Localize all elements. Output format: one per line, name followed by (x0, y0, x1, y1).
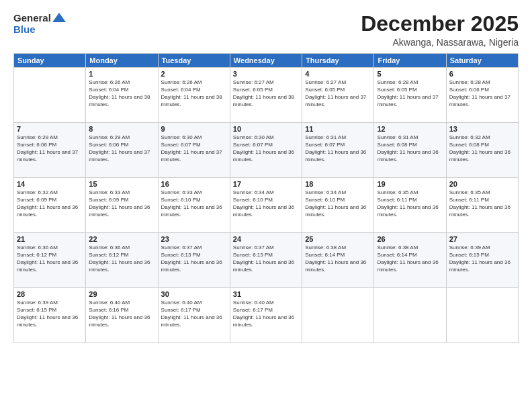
day-info: Sunrise: 6:28 AMSunset: 6:06 PMDaylight:… (449, 79, 515, 108)
calendar-cell: 30Sunrise: 6:40 AMSunset: 6:17 PMDayligh… (158, 288, 230, 343)
calendar-header-row: SundayMondayTuesdayWednesdayThursdayFrid… (14, 54, 519, 68)
header-area: General Blue December 2025 Akwanga, Nass… (13, 12, 519, 48)
day-info: Sunrise: 6:28 AMSunset: 6:05 PMDaylight:… (377, 79, 443, 108)
day-number: 21 (17, 235, 83, 243)
logo-icon (52, 13, 66, 22)
calendar-header-thursday: Thursday (302, 54, 374, 68)
calendar-cell: 6Sunrise: 6:28 AMSunset: 6:06 PMDaylight… (446, 68, 518, 123)
calendar-cell: 19Sunrise: 6:35 AMSunset: 6:11 PMDayligh… (374, 178, 446, 233)
calendar-cell: 15Sunrise: 6:33 AMSunset: 6:09 PMDayligh… (86, 178, 158, 233)
calendar-week-4: 28Sunrise: 6:39 AMSunset: 6:15 PMDayligh… (14, 288, 519, 343)
calendar-header-sunday: Sunday (14, 54, 86, 68)
calendar-week-1: 7Sunrise: 6:29 AMSunset: 6:06 PMDaylight… (14, 123, 519, 178)
calendar-header-saturday: Saturday (446, 54, 518, 68)
day-number: 25 (305, 235, 371, 243)
day-number: 24 (233, 235, 299, 243)
day-number: 9 (161, 125, 227, 133)
calendar-cell: 3Sunrise: 6:27 AMSunset: 6:05 PMDaylight… (230, 68, 302, 123)
day-number: 15 (89, 180, 154, 188)
calendar-cell: 26Sunrise: 6:38 AMSunset: 6:14 PMDayligh… (374, 233, 446, 288)
calendar-cell: 25Sunrise: 6:38 AMSunset: 6:14 PMDayligh… (302, 233, 374, 288)
day-info: Sunrise: 6:30 AMSunset: 6:07 PMDaylight:… (233, 134, 299, 163)
month-title: December 2025 (361, 12, 519, 36)
day-info: Sunrise: 6:34 AMSunset: 6:10 PMDaylight:… (305, 189, 371, 218)
day-info: Sunrise: 6:33 AMSunset: 6:10 PMDaylight:… (161, 189, 227, 218)
calendar-cell: 16Sunrise: 6:33 AMSunset: 6:10 PMDayligh… (158, 178, 230, 233)
calendar-cell (374, 288, 446, 343)
calendar-header-monday: Monday (86, 54, 158, 68)
calendar-cell: 4Sunrise: 6:27 AMSunset: 6:05 PMDaylight… (302, 68, 374, 123)
day-number: 27 (449, 235, 515, 243)
day-info: Sunrise: 6:37 AMSunset: 6:13 PMDaylight:… (233, 244, 299, 273)
calendar-cell (302, 288, 374, 343)
calendar-week-2: 14Sunrise: 6:32 AMSunset: 6:09 PMDayligh… (14, 178, 519, 233)
day-info: Sunrise: 6:31 AMSunset: 6:08 PMDaylight:… (377, 134, 443, 163)
day-info: Sunrise: 6:38 AMSunset: 6:14 PMDaylight:… (377, 244, 443, 273)
day-info: Sunrise: 6:40 AMSunset: 6:16 PMDaylight:… (89, 300, 154, 328)
day-number: 6 (449, 70, 515, 78)
day-number: 11 (305, 125, 371, 133)
calendar-cell: 24Sunrise: 6:37 AMSunset: 6:13 PMDayligh… (230, 233, 302, 288)
logo-general: General (13, 12, 51, 24)
calendar-cell: 28Sunrise: 6:39 AMSunset: 6:15 PMDayligh… (14, 288, 86, 343)
calendar-cell: 7Sunrise: 6:29 AMSunset: 6:06 PMDaylight… (14, 123, 86, 178)
day-number: 18 (305, 180, 371, 188)
day-number: 29 (89, 290, 154, 298)
calendar-cell: 12Sunrise: 6:31 AMSunset: 6:08 PMDayligh… (374, 123, 446, 178)
day-info: Sunrise: 6:33 AMSunset: 6:09 PMDaylight:… (89, 189, 154, 218)
day-info: Sunrise: 6:35 AMSunset: 6:11 PMDaylight:… (449, 189, 515, 218)
day-number: 2 (161, 70, 227, 78)
calendar-cell: 8Sunrise: 6:29 AMSunset: 6:06 PMDaylight… (86, 123, 158, 178)
day-info: Sunrise: 6:31 AMSunset: 6:07 PMDaylight:… (305, 134, 371, 163)
day-number: 20 (449, 180, 515, 188)
day-info: Sunrise: 6:39 AMSunset: 6:15 PMDaylight:… (449, 244, 515, 273)
day-number: 23 (161, 235, 227, 243)
logo-blue: Blue (13, 24, 36, 35)
day-number: 4 (305, 70, 371, 78)
calendar-cell: 9Sunrise: 6:30 AMSunset: 6:07 PMDaylight… (158, 123, 230, 178)
day-number: 10 (233, 125, 299, 133)
calendar-week-3: 21Sunrise: 6:36 AMSunset: 6:12 PMDayligh… (14, 233, 519, 288)
day-info: Sunrise: 6:35 AMSunset: 6:11 PMDaylight:… (377, 189, 443, 218)
day-info: Sunrise: 6:34 AMSunset: 6:10 PMDaylight:… (233, 189, 299, 218)
day-number: 16 (161, 180, 227, 188)
day-number: 5 (377, 70, 443, 78)
day-number: 12 (377, 125, 443, 133)
day-number: 3 (233, 70, 299, 78)
day-info: Sunrise: 6:27 AMSunset: 6:05 PMDaylight:… (305, 79, 371, 108)
calendar-cell: 11Sunrise: 6:31 AMSunset: 6:07 PMDayligh… (302, 123, 374, 178)
page: General Blue December 2025 Akwanga, Nass… (0, 0, 532, 411)
day-info: Sunrise: 6:30 AMSunset: 6:07 PMDaylight:… (161, 134, 227, 163)
day-info: Sunrise: 6:29 AMSunset: 6:06 PMDaylight:… (17, 134, 83, 163)
calendar-cell: 1Sunrise: 6:26 AMSunset: 6:04 PMDaylight… (86, 68, 158, 123)
location-title: Akwanga, Nassarawa, Nigeria (361, 37, 519, 48)
day-number: 19 (377, 180, 443, 188)
calendar-cell: 2Sunrise: 6:26 AMSunset: 6:04 PMDaylight… (158, 68, 230, 123)
day-info: Sunrise: 6:26 AMSunset: 6:04 PMDaylight:… (161, 79, 227, 108)
day-number: 30 (161, 290, 227, 298)
calendar-cell: 5Sunrise: 6:28 AMSunset: 6:05 PMDaylight… (374, 68, 446, 123)
day-number: 8 (89, 125, 154, 133)
day-number: 31 (233, 290, 299, 298)
calendar-cell (14, 68, 86, 123)
calendar-cell: 10Sunrise: 6:30 AMSunset: 6:07 PMDayligh… (230, 123, 302, 178)
calendar-cell: 27Sunrise: 6:39 AMSunset: 6:15 PMDayligh… (446, 233, 518, 288)
day-number: 14 (17, 180, 83, 188)
day-info: Sunrise: 6:40 AMSunset: 6:17 PMDaylight:… (161, 300, 227, 328)
title-area: December 2025 Akwanga, Nassarawa, Nigeri… (361, 12, 519, 48)
day-info: Sunrise: 6:36 AMSunset: 6:12 PMDaylight:… (17, 244, 83, 273)
calendar-cell: 23Sunrise: 6:37 AMSunset: 6:13 PMDayligh… (158, 233, 230, 288)
calendar-header-tuesday: Tuesday (158, 54, 230, 68)
day-number: 22 (89, 235, 154, 243)
calendar-cell: 22Sunrise: 6:36 AMSunset: 6:12 PMDayligh… (86, 233, 158, 288)
day-number: 1 (89, 70, 154, 78)
svg-marker-0 (52, 13, 66, 22)
day-info: Sunrise: 6:29 AMSunset: 6:06 PMDaylight:… (89, 134, 154, 163)
day-info: Sunrise: 6:26 AMSunset: 6:04 PMDaylight:… (89, 79, 154, 108)
day-info: Sunrise: 6:40 AMSunset: 6:17 PMDaylight:… (233, 300, 299, 328)
calendar-cell: 14Sunrise: 6:32 AMSunset: 6:09 PMDayligh… (14, 178, 86, 233)
day-number: 13 (449, 125, 515, 133)
day-number: 26 (377, 235, 443, 243)
calendar-cell: 17Sunrise: 6:34 AMSunset: 6:10 PMDayligh… (230, 178, 302, 233)
calendar-cell: 31Sunrise: 6:40 AMSunset: 6:17 PMDayligh… (230, 288, 302, 343)
